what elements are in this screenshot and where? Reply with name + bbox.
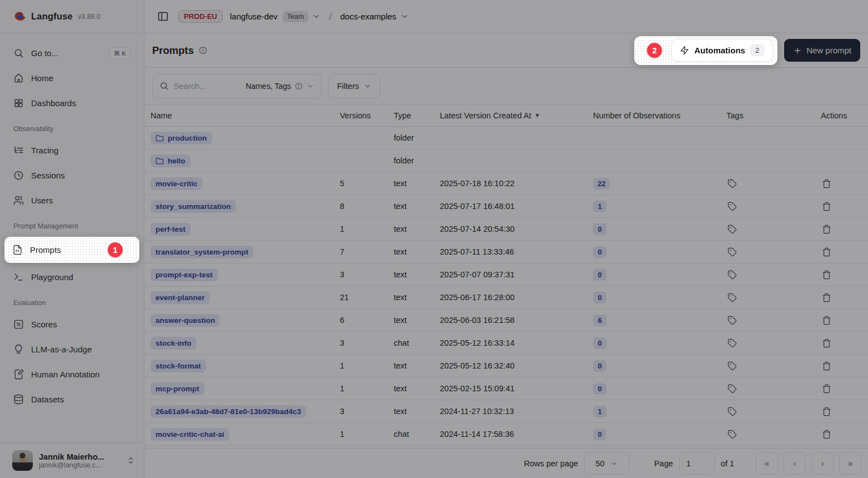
delete-prompt-button[interactable] (821, 406, 832, 417)
goto-search[interactable]: Go to... ⌘ K (7, 43, 137, 63)
table-row-folder[interactable]: hello folder (144, 150, 868, 172)
delete-prompt-button[interactable] (821, 269, 832, 281)
sidebar-item-label: Dashboards (31, 98, 76, 108)
edit-tags-button[interactable] (726, 246, 738, 258)
delete-prompt-button[interactable] (821, 292, 832, 303)
delete-prompt-button[interactable] (821, 315, 832, 326)
search-scope-dropdown[interactable]: Names, Tags (246, 82, 314, 91)
delete-prompt-button[interactable] (821, 383, 832, 395)
table-row[interactable]: stock-info 3 chat 2025-05-12 16:33:14 0 (144, 332, 868, 355)
edit-tags-button[interactable] (726, 201, 738, 212)
user-menu[interactable]: Jannik Maierho... jannik@langfuse.c... (0, 442, 144, 478)
sidebar-item-playground[interactable]: Playground (7, 267, 137, 287)
trash-icon (822, 384, 831, 394)
versions-cell: 1 (340, 384, 394, 393)
table-row[interactable]: movie-critic 5 text 2025-07-18 16:10:22 … (144, 172, 868, 195)
table-row[interactable]: movie-critic-chat-ai 1 chat 2024-11-14 1… (144, 423, 868, 446)
prompt-name-badge[interactable]: movie-critic (150, 177, 203, 190)
automations-button[interactable]: Automations 2 (671, 39, 772, 62)
edit-tags-button[interactable] (726, 429, 738, 440)
delete-prompt-button[interactable] (821, 178, 832, 190)
project-selector[interactable]: docs-examples (340, 12, 409, 21)
table-row[interactable]: stock-format 1 text 2025-05-12 16:32:40 … (144, 355, 868, 377)
prompt-name-badge[interactable]: stock-info (150, 337, 197, 350)
prompt-name-badge[interactable]: answer-question (150, 314, 220, 327)
rows-per-page-select[interactable]: 50 (584, 452, 629, 475)
search-input[interactable] (174, 82, 241, 91)
table-row[interactable]: answer-question 6 text 2025-06-03 16:21:… (144, 309, 868, 332)
observations-badge: 0 (593, 246, 606, 258)
edit-tags-button[interactable] (726, 315, 738, 326)
prompt-name-badge[interactable]: perf-test (150, 223, 190, 236)
search-icon (13, 48, 24, 58)
sidebar: Langfuse v3.89.0 Go to... ⌘ K Home Dashb… (0, 0, 144, 478)
prompt-name-badge[interactable]: movie-critic-chat-ai (150, 428, 229, 441)
edit-tags-button[interactable] (726, 223, 738, 235)
sidebar-item-datasets[interactable]: Datasets (7, 390, 137, 409)
org-selector[interactable]: langfuse-dev Team (230, 11, 320, 22)
prompt-name-badge[interactable]: story_summarization (150, 200, 236, 213)
trash-icon (822, 293, 831, 302)
table-row[interactable]: event-planner 21 text 2025-06-17 16:28:0… (144, 286, 868, 309)
column-header-latest-version[interactable]: Latest Version Created At ▼ (440, 111, 593, 120)
sidebar-item-dashboards[interactable]: Dashboards (7, 93, 137, 113)
type-cell: chat (394, 430, 440, 439)
sidebar-item-tracing[interactable]: Tracing (7, 141, 137, 160)
edit-tags-button[interactable] (726, 383, 738, 395)
column-header-tags: Tags (726, 111, 816, 120)
first-page-button[interactable]: « (756, 452, 778, 475)
delete-prompt-button[interactable] (821, 201, 832, 212)
edit-tags-button[interactable] (726, 337, 738, 349)
previous-page-button[interactable]: ‹ (784, 452, 806, 475)
observations-badge: 0 (593, 269, 606, 281)
prompt-name-badge[interactable]: prompt-exp-test (150, 268, 218, 281)
prompts-table: Name Versions Type Latest Version Create… (144, 104, 868, 446)
sidebar-item-users[interactable]: Users (7, 191, 137, 210)
table-row-folder[interactable]: production folder (144, 127, 868, 150)
versions-cell: 5 (340, 179, 394, 188)
prompt-name-badge[interactable]: translator_system-prompt (150, 246, 253, 258)
prompt-name-badge[interactable]: 26a61a94-e3ab-48d7-81e0-13b929bad4c3 (150, 405, 306, 418)
prompt-name-badge[interactable]: event-planner (150, 291, 210, 304)
delete-prompt-button[interactable] (821, 429, 832, 440)
new-prompt-button[interactable]: New prompt (784, 39, 860, 62)
sidebar-item-scores[interactable]: Scores (7, 315, 137, 334)
table-row[interactable]: translator_system-prompt 7 text 2025-07-… (144, 241, 868, 263)
sidebar-item-label: Playground (31, 272, 73, 282)
last-page-button[interactable]: » (839, 452, 861, 475)
sidebar-item-label: Prompts (30, 245, 61, 255)
table-row[interactable]: perf-test 1 text 2025-07-14 20:54:30 0 (144, 218, 868, 241)
folder-badge[interactable]: production (150, 132, 212, 145)
edit-tags-button[interactable] (726, 360, 738, 372)
delete-prompt-button[interactable] (821, 223, 832, 235)
delete-prompt-button[interactable] (821, 337, 832, 349)
delete-prompt-button[interactable] (821, 360, 832, 372)
table-row[interactable]: 26a61a94-e3ab-48d7-81e0-13b929bad4c3 3 t… (144, 400, 868, 423)
sidebar-item-human-annotation[interactable]: Human Annotation (7, 365, 137, 384)
edit-tags-button[interactable] (726, 406, 738, 417)
org-plan-badge: Team (283, 11, 309, 22)
next-page-button[interactable]: › (811, 452, 834, 475)
edit-tags-button[interactable] (726, 269, 738, 281)
folder-badge[interactable]: hello (150, 155, 190, 167)
table-row[interactable]: prompt-exp-test 3 text 2025-07-07 09:37:… (144, 263, 868, 286)
sidebar-item-sessions[interactable]: Sessions (7, 166, 137, 185)
prompt-name-badge[interactable]: stock-format (150, 360, 206, 372)
filters-button[interactable]: Filters (328, 74, 380, 98)
sidebar-item-prompts[interactable]: Prompts 1 (4, 237, 139, 263)
edit-tags-button[interactable] (726, 292, 738, 303)
prompt-name-badge[interactable]: mcp-prompt (150, 382, 204, 395)
sidebar-item-llm-as-a-judge[interactable]: LLM-as-a-Judge (7, 340, 137, 359)
sidebar-item-home[interactable]: Home (7, 68, 137, 88)
type-cell: text (394, 179, 440, 188)
type-cell: text (394, 247, 440, 256)
keyboard-shortcut-badge: ⌘ K (109, 47, 131, 59)
edit-tags-button[interactable] (726, 178, 738, 190)
dashboards-icon (13, 98, 24, 108)
rows-per-page-label: Rows per page (524, 459, 578, 468)
table-row[interactable]: story_summarization 8 text 2025-07-17 16… (144, 195, 868, 218)
sidebar-toggle-button[interactable] (154, 8, 171, 25)
table-row[interactable]: mcp-prompt 1 text 2025-02-15 15:09:41 0 (144, 377, 868, 400)
delete-prompt-button[interactable] (821, 246, 832, 258)
page-number-input[interactable] (679, 452, 715, 475)
